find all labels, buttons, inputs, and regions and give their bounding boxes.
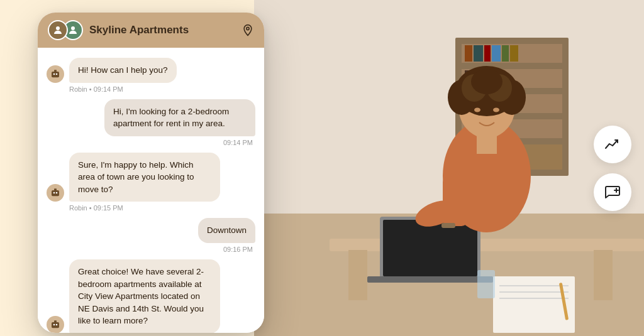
svg-rect-56 xyxy=(52,322,59,328)
svg-rect-52 xyxy=(52,190,59,196)
message-bubble: Downtown xyxy=(198,218,255,243)
analytics-icon xyxy=(604,136,621,153)
location-icon xyxy=(242,24,254,36)
svg-rect-13 xyxy=(510,45,518,62)
svg-point-41 xyxy=(493,108,499,112)
chat-title: Skyline Apartments xyxy=(89,24,235,36)
svg-point-38 xyxy=(471,69,502,94)
message-meta: Robin • 09:14 PM xyxy=(47,85,123,93)
avatar-group xyxy=(48,20,83,40)
message-row: Hi! How can I help you? Robin • 09:14 PM xyxy=(47,58,255,93)
message-with-avatar: Sure, I'm happy to help. Which area of t… xyxy=(47,153,220,202)
message-bubble: Sure, I'm happy to help. Which area of t… xyxy=(69,153,220,202)
svg-rect-48 xyxy=(52,72,59,77)
bot-avatar xyxy=(47,65,64,83)
svg-rect-12 xyxy=(502,45,509,62)
svg-point-40 xyxy=(474,108,480,112)
svg-point-49 xyxy=(53,73,55,75)
message-row: Great choice! We have several 2-bedroom … xyxy=(47,259,255,333)
message-bubble: Hi! How can I help you? xyxy=(69,58,177,83)
svg-rect-55 xyxy=(54,189,57,191)
svg-rect-9 xyxy=(474,45,483,62)
svg-rect-23 xyxy=(383,220,477,276)
phone-mockup: Skyline Apartments Hi! How can I help yo… xyxy=(38,13,264,333)
svg-rect-8 xyxy=(465,45,472,62)
chat-header: Skyline Apartments xyxy=(38,13,264,48)
svg-rect-25 xyxy=(493,276,575,333)
svg-rect-59 xyxy=(54,320,57,322)
svg-point-50 xyxy=(56,73,58,75)
svg-rect-10 xyxy=(484,45,491,62)
svg-rect-39 xyxy=(477,135,497,154)
svg-point-46 xyxy=(71,26,75,30)
svg-rect-19 xyxy=(330,239,644,251)
message-with-avatar: Great choice! We have several 2-bedroom … xyxy=(47,259,220,333)
svg-rect-21 xyxy=(594,250,613,300)
svg-rect-20 xyxy=(348,250,367,300)
chat-body: Hi! How can I help you? Robin • 09:14 PM… xyxy=(38,48,264,333)
chat-plus-icon xyxy=(604,183,621,201)
svg-rect-30 xyxy=(477,270,495,298)
svg-point-53 xyxy=(53,192,55,194)
message-bubble: Hi, I'm looking for a 2-bedroom apartmen… xyxy=(104,99,255,136)
svg-rect-43 xyxy=(443,176,468,226)
bot-avatar xyxy=(47,316,64,333)
analytics-button[interactable] xyxy=(594,126,631,163)
svg-point-47 xyxy=(247,27,249,30)
svg-rect-24 xyxy=(367,276,493,283)
svg-point-58 xyxy=(56,323,58,325)
message-meta: Robin • 09:15 PM xyxy=(47,204,123,212)
side-icons-panel xyxy=(594,126,631,211)
background-photo xyxy=(254,0,644,336)
svg-rect-11 xyxy=(492,45,501,62)
svg-rect-44 xyxy=(441,223,455,228)
avatar-user xyxy=(48,20,68,40)
bot-avatar xyxy=(47,184,64,202)
message-row: Downtown 09:16 PM xyxy=(47,218,255,253)
new-chat-button[interactable] xyxy=(594,173,631,211)
message-bubble: Great choice! We have several 2-bedroom … xyxy=(69,259,220,333)
svg-rect-51 xyxy=(54,70,57,72)
message-meta: 09:14 PM xyxy=(223,139,255,146)
svg-point-45 xyxy=(56,26,60,30)
svg-point-57 xyxy=(53,323,55,325)
message-with-avatar: Hi! How can I help you? xyxy=(47,58,177,83)
message-row: Sure, I'm happy to help. Which area of t… xyxy=(47,153,255,212)
svg-point-54 xyxy=(56,192,58,194)
message-meta: 09:16 PM xyxy=(223,246,255,253)
message-row: Hi, I'm looking for a 2-bedroom apartmen… xyxy=(47,99,255,146)
